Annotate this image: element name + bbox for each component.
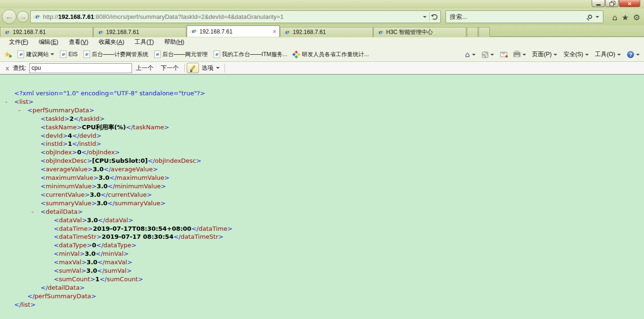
xml-closing-tag-name: sumCount [107, 276, 138, 283]
refresh-icon[interactable] [432, 14, 438, 20]
xml-line: -<list> [0, 98, 644, 106]
xml-value: [CPU:SubSlot:0] [92, 157, 148, 164]
menu-item-f[interactable]: 文件(F) [4, 37, 33, 47]
chevron-down-icon [472, 54, 476, 56]
xml-tag-name: objIndexDesc [46, 157, 87, 164]
ie-logo-icon: e [377, 29, 384, 36]
collapse-toggle-icon[interactable]: - [18, 106, 27, 115]
xml-tree: <?xml version="1.0" encoding="UTF-8" sta… [0, 89, 644, 309]
print-button[interactable] [512, 51, 528, 58]
favorites-item[interactable]: e后台——计费网管系统 [81, 49, 151, 60]
browser-window: × ← → e http://192.168.7.61:8080/imcrs/p… [0, 0, 644, 319]
title-bar[interactable]: × [0, 0, 644, 8]
restore-button[interactable] [605, 0, 619, 7]
highlighter-pen-icon [190, 65, 195, 71]
favorites-item-label: 后台——计费网管系统 [92, 50, 149, 59]
search-dropdown-icon[interactable] [595, 16, 599, 18]
favorites-star-icon[interactable]: ★ [622, 13, 629, 22]
xml-closing-tag-name: taskId [81, 115, 99, 122]
xml-closing-tag-name: minVal [103, 250, 124, 257]
browser-tab[interactable]: eH3C 智能管理中心 [373, 27, 466, 37]
menu-item-h[interactable]: 帮助(H) [159, 37, 190, 47]
find-close-icon[interactable]: x [5, 65, 13, 72]
find-input[interactable]: cpu [29, 63, 132, 73]
collapse-toggle-icon[interactable]: - [32, 208, 41, 216]
favorites-item[interactable]: eEIS [57, 49, 80, 59]
xml-tag-name: perfSummaryData [33, 107, 89, 114]
xml-tag-name: dataType [59, 242, 87, 249]
menu-item-v[interactable]: 查看(V) [64, 37, 94, 47]
browser-tab[interactable]: e192.168.7.61 [0, 27, 93, 37]
security-menu-button[interactable]: 安全(S) [562, 50, 590, 59]
rss-feed-button[interactable] [480, 50, 495, 59]
xml-closing-tag-name: maxVal [105, 259, 127, 266]
back-button[interactable]: ← [2, 9, 17, 24]
xml-line: <minVal>3.0</minVal> [0, 250, 644, 258]
rss-icon [482, 51, 488, 58]
close-button[interactable]: × [619, 0, 640, 7]
xml-line: <sumVal>3.0</sumVal> [0, 267, 644, 275]
ie-logo-icon: e [97, 29, 104, 36]
xml-closing-tag-name: list [21, 301, 30, 308]
find-label: 查找: [13, 64, 29, 72]
xml-tag-name: averageValue [46, 166, 88, 173]
xml-line: <minimumValue>3.0</minimumValue> [0, 182, 644, 191]
xml-closing-tag-name: detailData [48, 284, 80, 291]
xml-tag-name: minimumValue [46, 183, 91, 190]
ie-page-icon: e [214, 50, 220, 58]
browser-tab[interactable]: e192.168.7.61 [280, 27, 373, 37]
settings-gear-icon[interactable]: ⚙ [633, 13, 640, 22]
search-icon[interactable] [588, 15, 592, 19]
home-page-button[interactable]: ⌂ [463, 49, 477, 60]
favorites-item[interactable]: 研发人员各省工作量统计... [290, 49, 372, 60]
xml-tag-name: dataTime [59, 225, 88, 232]
tab-close-icon[interactable]: × [270, 28, 276, 35]
favorites-item[interactable]: e我的工作台——ITM服务... [211, 49, 290, 60]
forward-button[interactable]: → [17, 11, 29, 23]
xml-value: 3.0 [99, 174, 109, 181]
xml-value: 2019-07-17T08:30:54+08:00 [93, 225, 191, 232]
browser-tab[interactable]: e192.168.7.61 [93, 27, 186, 37]
new-tab-button[interactable] [479, 27, 490, 37]
tab-title: H3C 智能管理中心 [386, 28, 463, 36]
add-favorite-icon[interactable]: ★ [4, 50, 11, 59]
menu-item-a[interactable]: 收藏夹(A) [93, 37, 129, 47]
help-icon: ? [627, 51, 634, 58]
address-bar[interactable]: e http://192.168.7.61:8080/imcrs/perf/su… [30, 10, 441, 23]
chevron-down-icon [553, 54, 557, 56]
xml-value: 3.0 [85, 250, 96, 257]
page-menu-button[interactable]: 页面(P) [531, 50, 559, 59]
url-text[interactable]: http://192.168.7.61:8080/imcrs/perf/summ… [43, 13, 423, 20]
menu-item-t[interactable]: 工具(T) [130, 37, 159, 47]
home-icon[interactable]: ⌂ [612, 13, 618, 22]
xml-value: 1 [95, 276, 99, 283]
find-previous-button[interactable]: 上一个 [132, 63, 157, 74]
favorites-item-label: EIS [68, 51, 77, 58]
address-dropdown-icon[interactable] [423, 16, 427, 18]
xml-tag-name: sumVal [59, 267, 81, 274]
highlight-all-button[interactable] [187, 63, 199, 73]
xml-tag-name: minVal [59, 250, 80, 257]
ie-page-icon: e [60, 50, 66, 58]
menu-item-e[interactable]: 编辑(E) [33, 37, 64, 47]
help-menu-button[interactable]: ? [626, 50, 641, 59]
xml-document-view: <?xml version="1.0" encoding="UTF-8" sta… [0, 75, 644, 319]
search-placeholder[interactable]: 搜索... [450, 13, 588, 21]
favorites-item[interactable]: e后台——网元管理 [151, 49, 211, 60]
find-options-button[interactable]: 选项 [199, 63, 223, 74]
xml-closing-tag-name: devId [79, 132, 96, 139]
xml-line: -<detailData> [0, 208, 644, 216]
xml-line: <?xml version="1.0" encoding="UTF-8" sta… [0, 89, 644, 98]
minimize-button[interactable] [592, 0, 605, 7]
read-mail-button[interactable] [499, 51, 509, 58]
new-tab-button[interactable] [467, 27, 478, 37]
find-next-button[interactable]: 下一个 [157, 63, 182, 74]
xml-line: <dataTimeStr>2019-07-17 08:30:54</dataTi… [0, 233, 644, 241]
favorites-item[interactable]: e建议网站 [15, 49, 57, 60]
xml-closing-tag-name: perfSummaryData [34, 293, 91, 300]
tools-menu-button[interactable]: 工具(O) [594, 50, 622, 59]
xml-closing-tag-name: dataVal [105, 217, 128, 224]
browser-tab[interactable]: e192.168.7.61× [187, 25, 280, 37]
collapse-toggle-icon[interactable]: - [5, 98, 14, 106]
search-box[interactable]: 搜索... [446, 10, 603, 23]
